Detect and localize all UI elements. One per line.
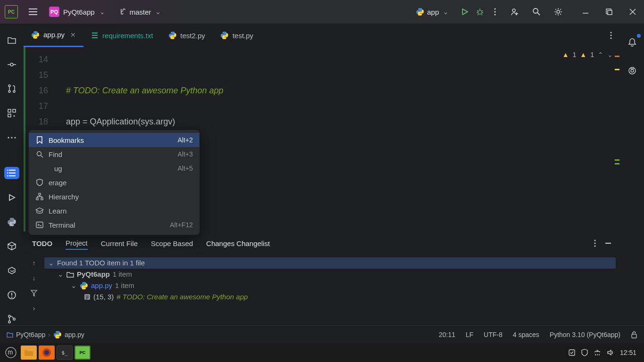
popup-item-coverage[interactable]: erage — [29, 175, 199, 189]
next-highlight-icon[interactable]: ⌄ — [607, 51, 613, 58]
folder-icon — [66, 271, 74, 278]
python-icon — [168, 31, 177, 40]
git-branch-selector[interactable]: master ⌄ — [116, 6, 165, 18]
tray-updates-icon[interactable] — [568, 349, 576, 356]
notifications-icon[interactable] — [625, 35, 640, 50]
mint-menu-icon[interactable] — [3, 346, 19, 360]
breadcrumb[interactable]: app.py — [53, 330, 84, 339]
breadcrumb[interactable]: PyQt6app — [7, 331, 45, 338]
branch-icon — [119, 8, 127, 16]
tab-label: app.py — [43, 31, 65, 39]
popup-item-learn[interactable]: Learn — [29, 204, 199, 218]
structure-tool-icon[interactable] — [4, 107, 19, 119]
python-interpreter[interactable]: Python 3.10 (PyQt6app) — [550, 331, 620, 338]
editor-tabs: app.py ✕ requirements.txt test2.py test.… — [24, 24, 620, 47]
todo-tab-scope[interactable]: Scope Based — [151, 238, 193, 249]
arrow-down-icon[interactable]: ↓ — [33, 274, 36, 282]
settings-icon[interactable] — [552, 5, 565, 18]
tab-label: requirements.txt — [102, 32, 153, 40]
more-actions-icon[interactable] — [488, 5, 502, 18]
popup-item-find[interactable]: Find Alt+3 — [29, 147, 199, 161]
todo-project-row[interactable]: ⌄ PyQt6app 1 item — [44, 269, 616, 280]
chevron-down-icon: ⌄ — [155, 8, 161, 16]
more-tools-icon[interactable] — [4, 132, 19, 144]
popup-item-terminal[interactable]: Terminal Alt+F12 — [29, 218, 199, 232]
svg-point-30 — [611, 38, 612, 39]
svg-rect-39 — [36, 198, 38, 200]
project-tool-icon[interactable] — [4, 34, 19, 46]
todo-tool-icon[interactable] — [4, 167, 19, 179]
taskbar-firefox-icon[interactable] — [39, 346, 55, 360]
popup-item-bookmarks[interactable]: Bookmarks Alt+2 — [29, 133, 199, 147]
project-selector[interactable]: PQ PyQt6app ⌄ — [45, 5, 109, 19]
python-console-icon[interactable] — [4, 216, 19, 228]
tab-app-py[interactable]: app.py ✕ — [24, 24, 83, 47]
todo-file-row[interactable]: ⌄ app.py 1 item — [44, 280, 616, 291]
line-ending[interactable]: LF — [466, 331, 473, 338]
taskbar-files-icon[interactable] — [21, 346, 37, 360]
note-icon — [84, 294, 91, 300]
code-with-me-icon[interactable] — [508, 5, 521, 18]
tab-test2[interactable]: test2.py — [161, 24, 213, 47]
hide-tool-icon[interactable] — [604, 239, 612, 247]
tool-options-icon[interactable] — [594, 239, 596, 247]
todo-summary-row[interactable]: ⌄ Found 1 TODO item in 1 file — [44, 257, 616, 269]
tab-test[interactable]: test.py — [213, 24, 261, 47]
indent-setting[interactable]: 4 spaces — [513, 331, 539, 338]
notification-dot-icon — [637, 34, 641, 38]
popup-item-debug[interactable]: ug Alt+5 — [29, 161, 199, 175]
close-icon[interactable]: ✕ — [70, 31, 76, 39]
prev-highlight-icon[interactable]: ⌃ — [598, 51, 603, 58]
cursor-position[interactable]: 20:11 — [439, 331, 455, 338]
taskbar-terminal-icon[interactable]: $_ — [57, 346, 73, 360]
folder-icon — [7, 332, 13, 337]
problems-tool-icon[interactable] — [4, 289, 19, 301]
commit-tool-icon[interactable] — [4, 58, 19, 71]
maximize-button[interactable] — [603, 5, 616, 18]
tab-label: test2.py — [181, 32, 206, 40]
inspections-widget[interactable]: ▲1 ▲1 ⌃ ⌄ — [562, 51, 613, 58]
minimize-button[interactable] — [579, 5, 592, 18]
svg-point-9 — [10, 63, 13, 66]
project-name: PyQt6app — [63, 8, 95, 16]
services-tool-icon[interactable] — [4, 264, 19, 277]
run-tool-icon[interactable] — [4, 191, 19, 204]
close-button[interactable] — [626, 5, 639, 18]
file-encoding[interactable]: UTF-8 — [484, 331, 503, 338]
run-config-selector[interactable]: app ⌄ — [412, 6, 453, 18]
svg-point-21 — [7, 173, 8, 174]
list-file-icon — [91, 32, 99, 39]
expand-icon[interactable]: › — [33, 304, 35, 312]
popup-item-hierarchy[interactable]: Hierarchy — [29, 189, 199, 204]
error-stripe[interactable] — [614, 47, 620, 231]
tray-clock[interactable]: 12:51 — [620, 349, 636, 356]
svg-rect-42 — [632, 334, 636, 338]
pull-requests-icon[interactable] — [4, 82, 19, 95]
python-icon — [220, 31, 229, 40]
todo-tree[interactable]: ⌄ Found 1 TODO item in 1 file ⌄ PyQt6app… — [44, 255, 620, 325]
todo-tab-current[interactable]: Current File — [101, 238, 138, 249]
hamburger-menu-icon[interactable] — [26, 5, 40, 18]
todo-item-row[interactable]: (15, 3) # TODO: Create an awesome Python… — [44, 291, 616, 303]
tabs-more-icon[interactable] — [602, 24, 620, 47]
tool-window-popup[interactable]: Bookmarks Alt+2 Find Alt+3 ug Alt+5 erag… — [28, 130, 200, 235]
todo-tab-project[interactable]: Project — [66, 237, 88, 250]
tab-requirements[interactable]: requirements.txt — [83, 24, 161, 47]
version-control-icon[interactable] — [4, 313, 19, 325]
title-bar: PC PQ PyQt6app ⌄ master ⌄ app ⌄ — [0, 0, 644, 24]
warning-icon: ▲ — [580, 51, 586, 58]
lock-icon[interactable] — [631, 331, 637, 338]
ai-assistant-icon[interactable] — [625, 63, 640, 78]
tray-shield-icon[interactable] — [581, 349, 588, 356]
taskbar-pycharm-icon[interactable]: PC — [74, 346, 91, 360]
run-button[interactable] — [458, 5, 471, 18]
python-packages-icon[interactable] — [4, 240, 19, 252]
search-everywhere-icon[interactable] — [530, 5, 543, 18]
tray-volume-icon[interactable] — [607, 349, 614, 356]
arrow-up-icon[interactable]: ↑ — [33, 259, 36, 267]
filter-icon[interactable] — [30, 289, 38, 297]
todo-tab-changes[interactable]: Changes Changelist — [206, 238, 270, 249]
tray-network-icon[interactable] — [594, 349, 601, 356]
debug-button[interactable] — [473, 5, 487, 18]
svg-point-28 — [611, 32, 612, 33]
